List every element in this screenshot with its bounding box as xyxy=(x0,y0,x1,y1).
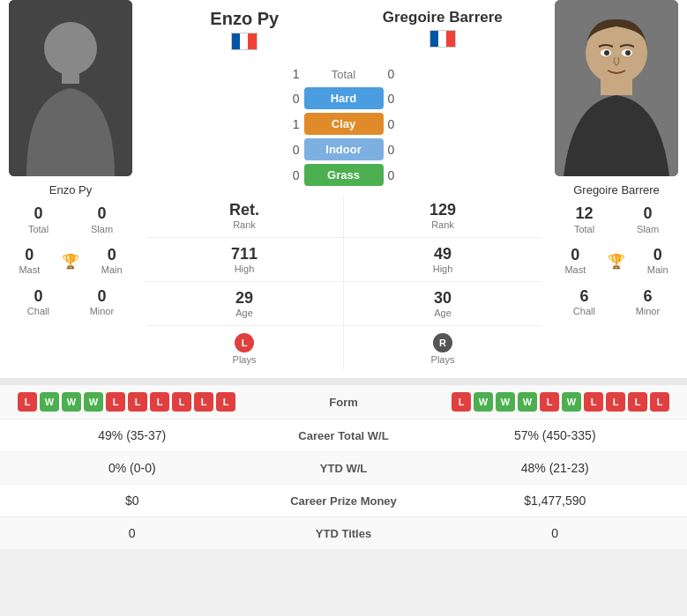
center-area: Enzo Py Gregoire Barrere 1 Total 0 xyxy=(141,0,546,378)
main-container: Enzo Py 0 Total 0 Slam 0 xyxy=(0,0,687,550)
surface-rows: 0 Hard 0 1 Clay 0 0 Indoor 0 xyxy=(146,84,541,189)
left-form-6: L xyxy=(128,392,147,412)
svg-point-1 xyxy=(44,22,97,75)
left-form-badges: L W W W L L L L L L xyxy=(9,392,291,412)
ytd-titles-row: 0 YTD Titles 0 xyxy=(0,517,687,550)
career-wl-row: 49% (35-37) Career Total W/L 57% (450-33… xyxy=(0,419,687,452)
right-player-area: Gregoire Barrere 12 Total 0 Slam 0 xyxy=(546,0,687,378)
left-form-4: W xyxy=(84,392,103,412)
right-indoor-num: 0 xyxy=(388,143,410,157)
right-high-block: 49 High xyxy=(433,245,453,274)
right-player-flag xyxy=(429,30,456,48)
left-chall-stat: 0 Chall xyxy=(26,284,51,322)
right-form-badges: L W W W L W L L L L xyxy=(397,392,679,412)
left-ytd-titles: 0 xyxy=(9,526,256,540)
left-age-block: 29 Age xyxy=(235,289,253,318)
left-player-heading: Enzo Py xyxy=(146,9,344,29)
left-minor-stat: 0 Minor xyxy=(88,284,116,322)
right-total-stat: 12 Total xyxy=(572,201,596,239)
right-player-photo xyxy=(555,0,678,176)
bottom-section: L W W W L L L L L L Form L W W W L W L L xyxy=(0,385,687,550)
left-form-10: L xyxy=(216,392,235,412)
right-form-9: L xyxy=(628,392,647,412)
right-minor-stat: 6 Minor xyxy=(634,284,662,322)
right-mast-stat: 0 Mast xyxy=(563,242,587,280)
left-career-wl: 49% (35-37) xyxy=(9,428,256,442)
left-form-2: W xyxy=(40,392,59,412)
svg-rect-2 xyxy=(62,71,79,84)
left-form-9: L xyxy=(194,392,213,412)
right-form-4: W xyxy=(518,392,537,412)
indoor-badge: Indoor xyxy=(304,138,384,160)
hard-badge: Hard xyxy=(304,87,384,109)
form-label: Form xyxy=(291,396,397,409)
comparison-area: Enzo Py 0 Total 0 Slam 0 xyxy=(0,0,687,378)
stats-table: 49% (35-37) Career Total W/L 57% (450-33… xyxy=(0,419,687,550)
right-rank-block: 129 Rank xyxy=(429,201,456,230)
left-total-num: 1 xyxy=(278,67,300,81)
svg-rect-5 xyxy=(601,78,632,95)
right-form-7: L xyxy=(584,392,603,412)
right-main-stat: 0 Main xyxy=(646,242,670,280)
right-ytd-wl: 48% (21-23) xyxy=(432,461,679,475)
right-career-wl: 57% (450-335) xyxy=(432,428,679,442)
left-form-3: W xyxy=(62,392,81,412)
section-divider xyxy=(0,378,687,385)
grass-badge: Grass xyxy=(304,164,384,186)
right-chall-stat: 6 Chall xyxy=(571,284,597,322)
prize-money-row: $0 Career Prize Money $1,477,590 xyxy=(0,485,687,517)
right-form-3: W xyxy=(496,392,515,412)
left-hard-num: 0 xyxy=(278,92,300,106)
left-clay-num: 1 xyxy=(278,117,300,131)
left-prize-money: $0 xyxy=(9,494,256,508)
career-wl-label: Career Total W/L xyxy=(256,429,432,442)
right-player-name: Gregoire Barrere xyxy=(573,183,660,197)
right-grass-num: 0 xyxy=(388,168,410,182)
left-grass-num: 0 xyxy=(278,168,300,182)
left-plays-block: L Plays xyxy=(233,333,257,365)
right-player-heading: Gregoire Barrere xyxy=(344,9,542,26)
right-ytd-titles: 0 xyxy=(432,526,679,540)
ytd-wl-label: YTD W/L xyxy=(256,462,432,475)
indoor-row: 0 Indoor 0 xyxy=(146,138,541,160)
right-form-1: L xyxy=(452,392,471,412)
right-total-num: 0 xyxy=(388,67,410,81)
ytd-wl-row: 0% (0-0) YTD W/L 48% (21-23) xyxy=(0,452,687,485)
left-ytd-wl: 0% (0-0) xyxy=(9,461,256,475)
left-form-7: L xyxy=(150,392,169,412)
right-slam-stat: 0 Slam xyxy=(635,201,661,239)
svg-point-9 xyxy=(625,50,631,56)
total-label: Total xyxy=(304,68,384,81)
left-form-8: L xyxy=(172,392,191,412)
left-player-flag xyxy=(231,33,258,50)
clay-row: 1 Clay 0 xyxy=(146,113,541,135)
left-mast-stat: 0 Mast xyxy=(17,242,41,280)
left-form-5: L xyxy=(106,392,125,412)
right-hard-num: 0 xyxy=(388,92,410,106)
right-trophy-icon: 🏆 xyxy=(608,253,625,270)
clay-badge: Clay xyxy=(304,113,384,135)
left-player-photo xyxy=(9,0,132,176)
svg-point-8 xyxy=(604,50,609,56)
grass-row: 0 Grass 0 xyxy=(146,164,541,186)
form-row: L W W W L L L L L L Form L W W W L W L L xyxy=(0,385,687,419)
left-rank-block: Ret. Rank xyxy=(229,201,259,230)
right-age-block: 30 Age xyxy=(434,289,452,318)
left-total-stat: 0 Total xyxy=(26,201,50,239)
total-row: 1 Total 0 xyxy=(146,67,541,81)
right-form-2: W xyxy=(474,392,493,412)
right-form-10: L xyxy=(650,392,669,412)
hard-row: 0 Hard 0 xyxy=(146,87,541,109)
right-form-6: W xyxy=(562,392,581,412)
left-main-stat: 0 Main xyxy=(100,242,124,280)
prize-money-label: Career Prize Money xyxy=(256,494,432,508)
right-clay-num: 0 xyxy=(388,117,410,131)
left-player-name: Enzo Py xyxy=(49,183,92,197)
right-form-5: L xyxy=(540,392,559,412)
right-prize-money: $1,477,590 xyxy=(432,494,679,508)
left-form-1: L xyxy=(18,392,37,412)
left-indoor-num: 0 xyxy=(278,143,300,157)
right-form-8: L xyxy=(606,392,625,412)
left-player-area: Enzo Py 0 Total 0 Slam 0 xyxy=(0,0,141,378)
left-high-block: 711 High xyxy=(231,245,258,274)
